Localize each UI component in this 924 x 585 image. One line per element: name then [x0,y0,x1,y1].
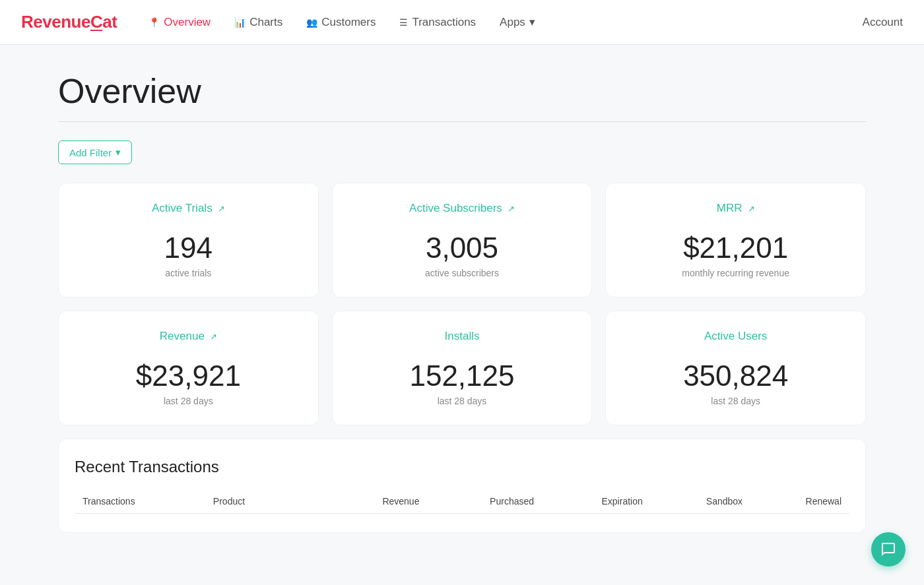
active-users-label: last 28 days [711,396,760,406]
card-mrr-title: MRR ↗ [717,202,755,215]
logo[interactable]: RevenueCat [21,12,117,32]
overview-icon: 📍 [148,17,160,28]
add-filter-button[interactable]: Add Filter ▾ [58,140,132,164]
active-subscribers-value: 3,005 [426,233,498,262]
apps-dropdown-icon: ▾ [529,15,535,29]
card-active-trials-title: Active Trials ↗ [152,202,225,215]
card-active-users: Active Users 350,824 last 28 days [605,311,866,425]
nav-link-customers[interactable]: 👥 Customers [306,16,376,29]
nav-link-transactions[interactable]: ☰ Transactions [399,16,476,29]
card-active-subscribers-title: Active Subscribers ↗ [409,202,515,215]
card-revenue-title: Revenue ↗ [160,330,217,343]
card-installs-title: Installs [445,330,480,343]
transactions-header-row: Transactions Product Revenue Purchased E… [75,489,849,514]
stats-row-1: Active Trials ↗ 194 active trials Active… [58,183,866,297]
mrr-ext-icon[interactable]: ↗ [748,204,755,214]
page-title: Overview [58,71,866,111]
installs-value: 152,125 [409,361,514,390]
col-product: Product [205,489,296,514]
nav-links: 📍 Overview 📊 Charts 👥 Customers ☰ Transa… [148,15,862,29]
active-trials-value: 194 [164,233,213,262]
col-transactions: Transactions [75,489,205,514]
recent-transactions-title: Recent Transactions [75,458,849,476]
col-sandbox: Sandbox [651,489,750,514]
card-mrr: MRR ↗ $21,201 monthly recurring revenue [605,183,866,297]
transactions-table: Transactions Product Revenue Purchased E… [75,489,849,514]
main-content: Overview Add Filter ▾ Active Trials ↗ 19… [26,45,898,559]
mrr-value: $21,201 [683,233,788,262]
filter-dropdown-icon: ▾ [116,146,121,158]
revenue-label: last 28 days [164,396,213,406]
mrr-label: monthly recurring revenue [682,268,789,278]
nav-link-overview[interactable]: 📍 Overview [148,16,211,29]
installs-label: last 28 days [438,396,487,406]
card-installs: Installs 152,125 last 28 days [332,311,593,425]
charts-icon: 📊 [234,17,246,28]
transactions-table-header: Transactions Product Revenue Purchased E… [75,489,849,514]
col-revenue: Revenue [327,489,428,514]
card-active-trials: Active Trials ↗ 194 active trials [58,183,319,297]
transactions-icon: ☰ [399,17,408,28]
nav-link-charts[interactable]: 📊 Charts [234,16,282,29]
revenue-ext-icon[interactable]: ↗ [210,332,217,342]
nav-link-apps[interactable]: Apps ▾ [500,15,535,29]
col-spacer [296,489,327,514]
col-expiration: Expiration [542,489,651,514]
title-divider [58,121,866,122]
card-revenue: Revenue ↗ $23,921 last 28 days [58,311,319,425]
revenue-value: $23,921 [136,361,241,390]
col-purchased: Purchased [427,489,542,514]
active-trials-ext-icon[interactable]: ↗ [218,204,225,214]
stats-row-2: Revenue ↗ $23,921 last 28 days Installs … [58,311,866,425]
recent-transactions-card: Recent Transactions Transactions Product… [58,439,866,533]
customers-icon: 👥 [306,17,317,28]
active-users-value: 350,824 [683,361,788,390]
chat-icon [880,541,896,557]
navbar: RevenueCat 📍 Overview 📊 Charts 👥 Custome… [0,0,924,45]
nav-account[interactable]: Account [863,16,903,29]
active-trials-label: active trials [165,268,211,278]
chat-button[interactable] [871,532,906,567]
col-renewal: Renewal [750,489,849,514]
active-subscribers-ext-icon[interactable]: ↗ [508,204,515,214]
active-subscribers-label: active subscribers [425,268,499,278]
card-active-users-title: Active Users [704,330,767,343]
card-active-subscribers: Active Subscribers ↗ 3,005 active subscr… [332,183,593,297]
